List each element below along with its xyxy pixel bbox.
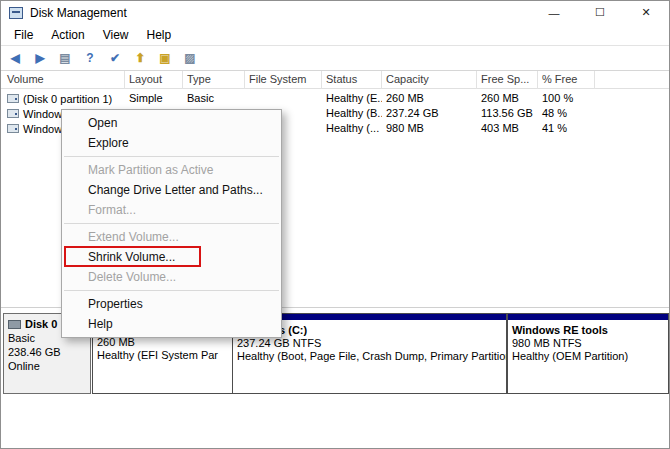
disk-name: Disk 0 [25, 317, 57, 331]
back-icon[interactable]: ◀ [6, 49, 24, 67]
cell-percent-free: 48 % [538, 106, 595, 121]
menu-separator [64, 223, 279, 224]
cell-capacity: 260 MB [382, 91, 477, 106]
window-title: Disk Management [30, 6, 127, 20]
context-menu-item-format: Format... [62, 200, 281, 220]
context-menu-item-delete-volume: Delete Volume... [62, 267, 281, 287]
volume-icon [7, 109, 19, 118]
context-menu-item-explore[interactable]: Explore [62, 133, 281, 153]
cell-capacity: 980 MB [382, 121, 477, 136]
column-header-free-space[interactable]: Free Sp... [477, 71, 538, 89]
menu-item-label: Shrink Volume... [88, 250, 175, 264]
context-menu-item-shrink-volume[interactable]: Shrink Volume... [62, 247, 281, 267]
column-header-volume[interactable]: Volume [3, 71, 125, 89]
cell-percent-free: 100 % [538, 91, 595, 106]
partition-status: Healthy (Boot, Page File, Crash Dump, Pr… [237, 350, 502, 363]
volume-icon [7, 94, 19, 103]
cell-status: Healthy (... [322, 121, 382, 136]
maximize-button[interactable]: ☐ [577, 1, 623, 24]
forward-icon[interactable]: ▶ [31, 49, 49, 67]
toolbar: ◀ ▶ ▤ ? ✔ ⬆ ▣ ▨ [1, 45, 669, 71]
window-controls: — ☐ ✕ [531, 1, 669, 24]
cell-capacity: 237.24 GB [382, 106, 477, 121]
minimize-button[interactable]: — [531, 1, 577, 24]
menu-view[interactable]: View [94, 25, 138, 45]
cell-free-space: 260 MB [477, 91, 538, 106]
disk-icon [8, 320, 21, 329]
partition-status: Healthy (EFI System Par [97, 349, 228, 362]
context-menu-item-extend-volume: Extend Volume... [62, 227, 281, 247]
cell-layout: Simple [125, 91, 183, 106]
column-header-empty [595, 71, 670, 89]
partition-windows-re-tools[interactable]: Windows RE tools 980 MB NTFS Healthy (OE… [507, 313, 669, 394]
partition-title: Windows RE tools [512, 324, 664, 337]
table-row[interactable]: (Disk 0 partition 1) Simple Basic Health… [1, 91, 669, 106]
menubar: File Action View Help [1, 24, 669, 45]
context-menu-item-change-drive-letter[interactable]: Change Drive Letter and Paths... [62, 180, 281, 200]
volume-name: (Disk 0 partition 1) [23, 93, 112, 105]
column-header-type[interactable]: Type [183, 71, 245, 89]
cell-status: Healthy (E... [322, 91, 382, 106]
cell-percent-free: 41 % [538, 121, 595, 136]
folder-up-icon[interactable]: ⬆ [131, 49, 149, 67]
context-menu-item-help[interactable]: Help [62, 314, 281, 334]
cell-free-space: 403 MB [477, 121, 538, 136]
menu-separator [64, 156, 279, 157]
disk-status: Online [8, 359, 86, 373]
partition-size: 237.24 GB NTFS [237, 337, 502, 350]
cell-type: Basic [183, 91, 245, 106]
cell-status: Healthy (B... [322, 106, 382, 121]
context-menu-item-properties[interactable]: Properties [62, 294, 281, 314]
app-icon [9, 7, 23, 19]
cell-free-space: 113.56 GB [477, 106, 538, 121]
column-header-status[interactable]: Status [322, 71, 382, 89]
menu-help[interactable]: Help [138, 25, 181, 45]
column-header-percent-free[interactable]: % Free [538, 71, 595, 89]
disk-management-window: Disk Management — ☐ ✕ File Action View H… [0, 0, 670, 449]
console-tree-icon[interactable]: ▤ [56, 49, 74, 67]
column-header-capacity[interactable]: Capacity [382, 71, 477, 89]
detail-view-icon[interactable]: ▨ [181, 49, 199, 67]
volume-icon [7, 124, 19, 133]
check-doc-icon[interactable]: ✔ [106, 49, 124, 67]
titlebar: Disk Management — ☐ ✕ [1, 1, 669, 24]
cell-file-system [245, 91, 322, 106]
menu-file[interactable]: File [5, 25, 42, 45]
menu-separator [64, 290, 279, 291]
list-header: Volume Layout Type File System Status Ca… [1, 71, 669, 89]
folder-icon[interactable]: ▣ [156, 49, 174, 67]
context-menu-item-open[interactable]: Open [62, 113, 281, 133]
help-icon[interactable]: ? [81, 49, 99, 67]
partition-status: Healthy (OEM Partition) [512, 350, 664, 363]
partition-size: 980 MB NTFS [512, 337, 664, 350]
menu-action[interactable]: Action [42, 25, 93, 45]
context-menu: Open Explore Mark Partition as Active Ch… [61, 109, 282, 338]
column-header-file-system[interactable]: File System [245, 71, 322, 89]
close-button[interactable]: ✕ [623, 1, 669, 24]
context-menu-item-mark-partition-active: Mark Partition as Active [62, 160, 281, 180]
disk-size: 238.46 GB [8, 345, 86, 359]
column-header-layout[interactable]: Layout [125, 71, 183, 89]
